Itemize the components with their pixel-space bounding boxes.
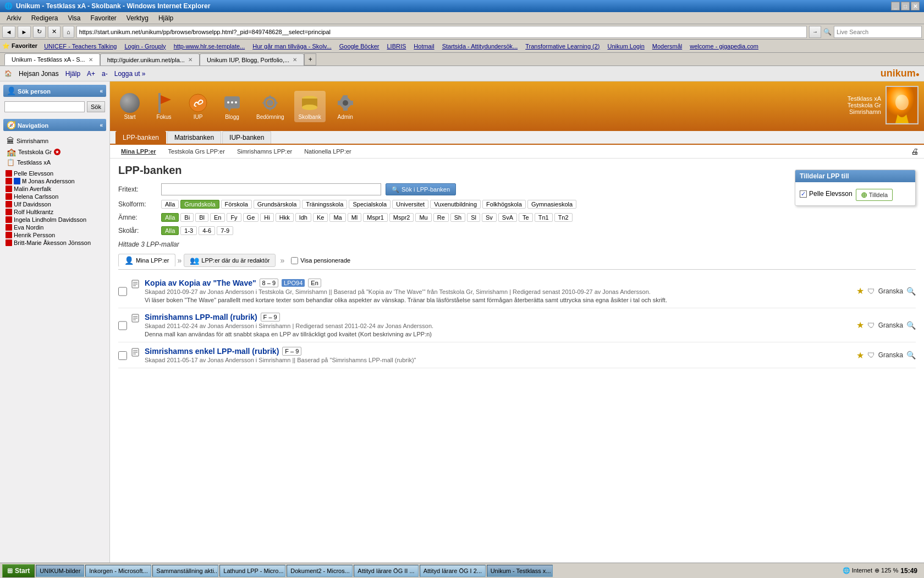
start-button[interactable]: ⊞ Start — [2, 564, 35, 577]
amne-hkk[interactable]: Hkk — [276, 213, 294, 222]
amne-ge[interactable]: Ge — [243, 213, 259, 222]
skolform-traningsskola[interactable]: Träningsskola — [302, 200, 347, 209]
amne-mu[interactable]: Mu — [415, 213, 431, 222]
amne-hi[interactable]: Hi — [260, 213, 273, 222]
person-2[interactable]: Malin Averfalk — [4, 185, 105, 193]
search-collapse-button[interactable]: « — [100, 88, 103, 94]
tilldelar-checkbox[interactable]: ✓ — [800, 190, 807, 198]
person-5[interactable]: Rolf Hultkrantz — [4, 208, 105, 216]
lpp-item-1-checkbox[interactable] — [118, 314, 127, 337]
fav-modersmål[interactable]: Modersmål — [649, 42, 685, 51]
pensioned-checkbox[interactable] — [291, 257, 298, 264]
skolform-specialskola[interactable]: Specialskola — [349, 200, 391, 209]
titlebar-controls[interactable]: _ □ ✕ — [891, 2, 920, 10]
nav-fokus[interactable]: Fokus — [150, 91, 178, 122]
fav-transformative[interactable]: Transformative Learning (2) — [522, 42, 603, 51]
fav-unikum-login[interactable]: Unikum Login — [604, 42, 648, 51]
font-small-button[interactable]: a- — [102, 70, 108, 78]
org-testskola[interactable]: 🏫 Testskola Gr ★ — [4, 146, 105, 157]
lpp-item-2-star[interactable]: ★ — [856, 350, 864, 361]
skolform-folkhogskola[interactable]: Folkhögskola — [482, 200, 526, 209]
amne-alla[interactable]: Alla — [161, 213, 179, 222]
subtab-iup-banken[interactable]: IUP-banken — [222, 131, 271, 144]
fav-login-grouply[interactable]: Login - Grouply — [121, 42, 169, 51]
stop-button[interactable]: ✕ — [48, 26, 61, 38]
menu-visa[interactable]: Visa — [63, 13, 85, 23]
amne-sva[interactable]: SvA — [498, 213, 517, 222]
refresh-button[interactable]: ↻ — [33, 26, 46, 38]
fav-hotmail[interactable]: Hotmail — [410, 42, 437, 51]
menu-arkiv[interactable]: Arkiv — [2, 13, 26, 23]
lpp-item-1-granska-icon[interactable]: 🔍 — [906, 321, 916, 330]
org-simrishamn[interactable]: 🏛 Simrishamn — [4, 135, 105, 146]
person-9[interactable]: Britt-Marie Åkesson Jönsson — [4, 239, 105, 247]
sub-subtab-mina-lpper[interactable]: Mina LPP:er — [116, 147, 162, 156]
menu-verktyg[interactable]: Verktyg — [122, 13, 153, 23]
forward-button[interactable]: ► — [18, 26, 31, 38]
person-1[interactable]: M Jonas Andersson — [4, 177, 105, 185]
taskbar-lathund[interactable]: Lathund LPP - Micro... — [219, 565, 285, 577]
lpp-item-0-star[interactable]: ★ — [856, 286, 864, 296]
close-button[interactable]: ✕ — [911, 2, 920, 10]
sub-subtab-testskola[interactable]: Testskola Grs LPP:er — [163, 147, 230, 156]
skolform-grundsarskola[interactable]: Grundsärskola — [254, 200, 301, 209]
person-8[interactable]: Henrik Persson — [4, 231, 105, 239]
skolar-7-9[interactable]: 7-9 — [217, 226, 233, 235]
fav-hlr[interactable]: http-www.hlr.se-template... — [170, 42, 249, 51]
taskbar-unikum-testklass[interactable]: Unikum - Testklass x... — [487, 565, 553, 577]
skolar-1-3[interactable]: 1-3 — [180, 226, 197, 235]
search-person-button[interactable]: Sök — [87, 101, 105, 112]
home-button[interactable]: ⌂ — [63, 26, 74, 38]
amne-idh[interactable]: Idh — [295, 213, 311, 222]
taskbar-attityd2[interactable]: Attityd lärare ÖG I 2... — [420, 565, 486, 577]
amne-ke[interactable]: Ke — [313, 213, 328, 222]
search-person-input[interactable] — [4, 101, 85, 112]
taskbar-dokument2[interactable]: Dokument2 - Micros... — [287, 565, 353, 577]
subtab-matrisbanken[interactable]: Matrisbanken — [167, 131, 221, 144]
print-button[interactable]: 🖨 — [911, 147, 919, 156]
menu-redigera[interactable]: Redigera — [27, 13, 63, 23]
tab-2[interactable]: Unikum IUP, Blogg, Portfolio,... ✕ — [200, 53, 304, 66]
fav-libris[interactable]: LIBRIS — [383, 42, 409, 51]
result-tab-redaktor[interactable]: 👥 LPP:er där du är redaktör — [184, 254, 276, 267]
nav-admin[interactable]: Admin — [331, 91, 360, 122]
tab-1-close[interactable]: ✕ — [188, 57, 193, 63]
lpp-item-0-title[interactable]: Kopia av Kopia av "The Wave" — [145, 279, 256, 287]
person-4[interactable]: Ulf Davidsson — [4, 200, 105, 208]
menu-favoriter[interactable]: Favoriter — [86, 13, 121, 23]
taskbar-sammanstallning[interactable]: Sammanställning akti... — [152, 565, 218, 577]
font-large-button[interactable]: A+ — [87, 70, 95, 78]
nav-bedomning[interactable]: Bedömning — [252, 91, 289, 122]
taskbar-inkorgen[interactable]: Inkorgen - Microsoft... — [85, 565, 151, 577]
skolform-forskola[interactable]: Förskola — [221, 200, 252, 209]
lpp-item-0-granska-icon[interactable]: 🔍 — [906, 287, 916, 296]
amne-sl[interactable]: Sl — [467, 213, 480, 222]
amne-fy[interactable]: Fy — [227, 213, 241, 222]
minimize-button[interactable]: _ — [891, 2, 900, 10]
person-7[interactable]: Eva Nordin — [4, 223, 105, 231]
fritext-input[interactable] — [161, 183, 381, 195]
nav-iup[interactable]: IUP — [184, 91, 212, 122]
lpp-item-0-checkbox[interactable] — [118, 280, 127, 303]
amne-tn2[interactable]: Tn2 — [554, 213, 573, 222]
skolform-universitet[interactable]: Universitet — [392, 200, 428, 209]
logout-link[interactable]: Logga ut » — [114, 70, 146, 78]
lpp-item-2-granska-icon[interactable]: 🔍 — [906, 351, 916, 359]
lpp-item-2-shield[interactable]: 🛡 — [867, 351, 875, 359]
lpp-item-2-checkbox[interactable] — [118, 348, 127, 363]
fav-tillvaga[interactable]: Hur går man tillväga - Skolv... — [249, 42, 334, 51]
fav-startsida[interactable]: Startsida - Attitydundersök... — [439, 42, 521, 51]
person-0[interactable]: Pelle Elevsson — [4, 170, 105, 177]
address-bar[interactable] — [76, 26, 807, 38]
amne-bi[interactable]: Bi — [180, 213, 194, 222]
person-6[interactable]: Ingela Lindholm Davidsson — [4, 216, 105, 223]
skolform-grundskola[interactable]: Grundskola — [180, 200, 219, 209]
amne-tn1[interactable]: Tn1 — [535, 213, 553, 222]
lpp-item-1-title[interactable]: Simrishamns LPP-mall (rubrik) — [145, 313, 257, 321]
live-search-input[interactable] — [834, 26, 922, 38]
lpp-item-1-shield[interactable]: 🛡 — [867, 321, 875, 330]
sub-subtab-simrishamn[interactable]: Simrishamns LPP:er — [232, 147, 298, 156]
nav-skolbank[interactable]: Skolbank — [294, 91, 326, 122]
fav-gigapedia[interactable]: welcome - gigapedia.com — [686, 42, 762, 51]
menu-hjalp[interactable]: Hjälp — [154, 13, 178, 23]
